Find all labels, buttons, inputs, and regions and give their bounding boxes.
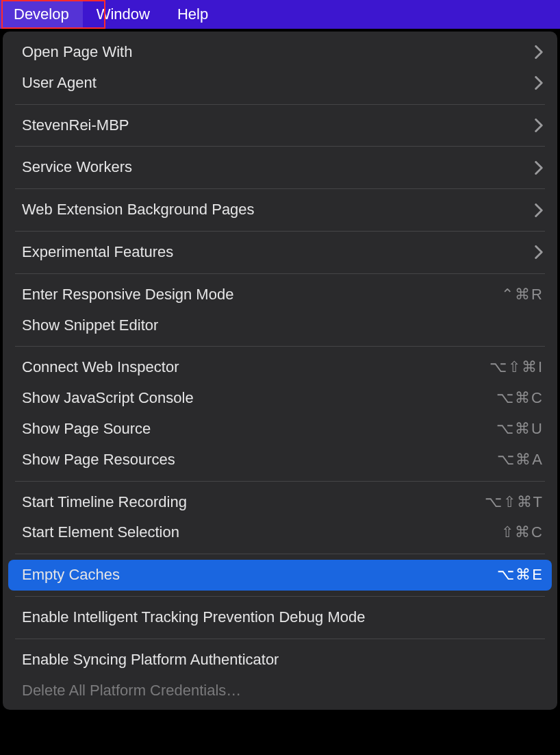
menu-item-label: Enable Intelligent Tracking Prevention D… <box>22 607 365 628</box>
menu-item-accessory <box>534 245 544 259</box>
keyboard-shortcut: ⌥⌘E <box>497 565 544 586</box>
menu-item-label: Service Workers <box>22 157 132 178</box>
menu-item-label: Enable Syncing Platform Authenticator <box>22 649 279 671</box>
menu-item-label: Open Page With <box>22 42 132 63</box>
menu-item-label: Experimental Features <box>22 242 173 263</box>
menu-item-accessory: ⇧⌘C <box>501 522 544 543</box>
menu-item-show-page-resources[interactable]: Show Page Resources⌥⌘A <box>3 445 557 475</box>
menu-item-label: User Agent <box>22 73 97 94</box>
menu-separator <box>15 146 545 147</box>
menu-item-label: Show Page Resources <box>22 449 175 471</box>
menu-separator <box>15 188 545 189</box>
menu-separator <box>15 346 545 347</box>
chevron-right-icon <box>534 119 544 132</box>
menu-item-accessory: ⌥⌘E <box>497 565 544 586</box>
keyboard-shortcut: ⌥⇧⌘I <box>489 357 544 378</box>
menu-item-label: Start Element Selection <box>22 522 179 543</box>
menu-separator <box>15 104 545 105</box>
menu-item-connect-web-inspector[interactable]: Connect Web Inspector⌥⇧⌘I <box>3 352 557 383</box>
menu-item-accessory: ⌥⇧⌘I <box>489 357 544 378</box>
menu-item-start-element-selection[interactable]: Start Element Selection⇧⌘C <box>3 517 557 548</box>
menu-item-accessory: ⌥⇧⌘T <box>485 492 544 513</box>
menubar-label: Develop <box>14 5 69 23</box>
menu-item-start-timeline-recording[interactable]: Start Timeline Recording⌥⇧⌘T <box>3 487 557 518</box>
keyboard-shortcut: ⌥⌘A <box>497 449 544 471</box>
menu-item-empty-caches[interactable]: Empty Caches⌥⌘E <box>8 560 552 591</box>
menu-item-web-extension-background-pages[interactable]: Web Extension Background Pages <box>3 195 557 225</box>
menubar-label: Window <box>97 5 150 23</box>
menu-item-show-snippet-editor[interactable]: Show Snippet Editor <box>3 310 557 341</box>
menubar-item-window[interactable]: Window <box>83 0 164 29</box>
chevron-right-icon <box>534 203 544 217</box>
menu-item-enable-intelligent-tracking-prevention-debug-mode[interactable]: Enable Intelligent Tracking Prevention D… <box>3 602 557 633</box>
menu-item-experimental-features[interactable]: Experimental Features <box>3 237 557 268</box>
develop-dropdown: Open Page WithUser AgentStevenRei-MBPSer… <box>3 32 557 710</box>
menu-item-label: Delete All Platform Credentials… <box>22 680 241 702</box>
menu-item-label: Web Extension Background Pages <box>22 199 255 221</box>
menu-item-stevenrei-mbp[interactable]: StevenRei-MBP <box>3 110 557 141</box>
menu-item-accessory <box>534 161 544 175</box>
menu-item-user-agent[interactable]: User Agent <box>3 68 557 99</box>
menu-item-accessory <box>534 45 544 59</box>
menu-separator <box>15 596 545 597</box>
menu-item-label: Start Timeline Recording <box>22 492 187 513</box>
keyboard-shortcut: ⌃⌘R <box>501 284 544 306</box>
menu-item-label: Show Snippet Editor <box>22 315 158 336</box>
menu-separator <box>15 231 545 232</box>
menu-item-enable-syncing-platform-authenticator[interactable]: Enable Syncing Platform Authenticator <box>3 645 557 676</box>
menu-item-accessory: ⌃⌘R <box>501 284 544 306</box>
menubar-item-help[interactable]: Help <box>164 0 222 29</box>
menu-separator <box>15 481 545 482</box>
menu-item-label: Show Page Source <box>22 419 151 440</box>
keyboard-shortcut: ⌥⌘C <box>496 388 544 409</box>
chevron-right-icon <box>534 245 544 259</box>
menu-separator <box>15 273 545 274</box>
chevron-right-icon <box>534 161 544 175</box>
menu-item-label: Enter Responsive Design Mode <box>22 284 233 306</box>
menu-item-accessory <box>534 203 544 217</box>
keyboard-shortcut: ⌥⌘U <box>496 419 544 440</box>
menu-separator <box>15 554 545 554</box>
menu-item-open-page-with[interactable]: Open Page With <box>3 37 557 68</box>
menu-item-label: Show JavaScript Console <box>22 388 194 409</box>
keyboard-shortcut: ⇧⌘C <box>501 522 544 543</box>
menu-item-accessory: ⌥⌘A <box>497 449 544 471</box>
menubar-item-develop[interactable]: Develop <box>0 0 83 29</box>
menu-item-accessory: ⌥⌘U <box>496 419 544 440</box>
menu-item-delete-all-platform-credentials: Delete All Platform Credentials… <box>3 676 557 706</box>
menu-item-show-javascript-console[interactable]: Show JavaScript Console⌥⌘C <box>3 383 557 414</box>
menu-item-label: Empty Caches <box>22 565 120 586</box>
chevron-right-icon <box>534 45 544 59</box>
menubar-label: Help <box>177 5 208 23</box>
menu-item-accessory: ⌥⌘C <box>496 388 544 409</box>
menu-item-show-page-source[interactable]: Show Page Source⌥⌘U <box>3 414 557 445</box>
menu-separator <box>15 639 545 639</box>
menubar: Develop Window Help <box>0 0 560 29</box>
chevron-right-icon <box>534 76 544 90</box>
menu-item-label: StevenRei-MBP <box>22 115 129 136</box>
keyboard-shortcut: ⌥⇧⌘T <box>485 492 544 513</box>
menu-item-accessory <box>534 119 544 132</box>
menu-item-service-workers[interactable]: Service Workers <box>3 152 557 183</box>
menu-item-label: Connect Web Inspector <box>22 357 179 378</box>
menu-item-accessory <box>534 76 544 90</box>
menu-item-enter-responsive-design-mode[interactable]: Enter Responsive Design Mode⌃⌘R <box>3 280 557 310</box>
